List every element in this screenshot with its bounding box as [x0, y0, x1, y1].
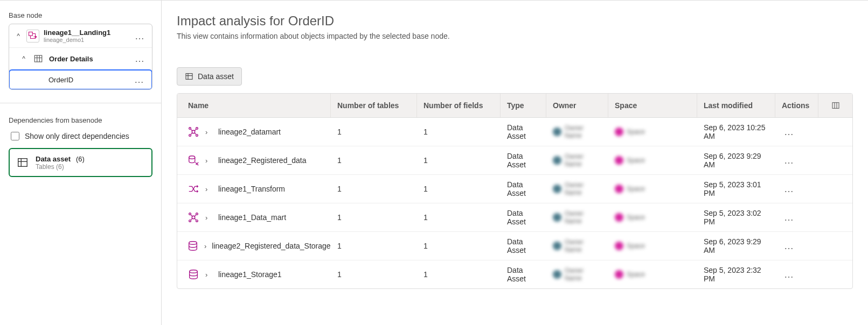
header-space[interactable]: Space [608, 94, 697, 117]
more-icon[interactable]: … [782, 184, 796, 194]
chevron-right-icon[interactable]: › [205, 185, 213, 193]
divider [0, 103, 161, 103]
svg-point-23 [189, 156, 195, 159]
header-actions[interactable]: Actions [775, 94, 818, 117]
filter-subtitle: Tables (6) [36, 163, 85, 171]
svg-line-20 [195, 129, 196, 131]
row-actions[interactable]: … [775, 122, 818, 142]
row-name: lineage2_Registered_data_Storage [212, 242, 330, 250]
direct-deps-label: Show only direct dependencies [25, 132, 129, 140]
svg-line-19 [191, 129, 192, 131]
header-name[interactable]: Name [177, 94, 331, 117]
svg-point-17 [189, 135, 191, 137]
row-actions[interactable]: … [775, 179, 818, 199]
chevron-right-icon[interactable]: › [205, 271, 213, 279]
storage-icon [187, 268, 200, 281]
svg-line-21 [191, 133, 192, 135]
storage-icon [187, 239, 199, 252]
svg-rect-0 [29, 32, 33, 36]
app-root: Base node ^ lineage1__Landing1 [0, 0, 868, 325]
row-owner: Owner Name [546, 176, 608, 202]
table-row[interactable]: ›lineage1_Transform11Data AssetOwner Nam… [177, 175, 852, 203]
row-owner: Owner Name [546, 233, 608, 259]
row-space: Space [608, 265, 697, 284]
filter-data-asset[interactable]: Data asset (6) Tables (6) [9, 148, 152, 177]
direct-deps-checkbox-row[interactable]: Show only direct dependencies [9, 129, 152, 147]
row-modified: Sep 6, 2023 9:29 AM [697, 232, 775, 260]
svg-line-32 [195, 218, 196, 220]
more-icon[interactable]: … [782, 241, 796, 251]
basenode-table-title: Order Details [49, 55, 128, 63]
svg-point-34 [190, 270, 198, 273]
header-type[interactable]: Type [501, 94, 546, 117]
row-name: lineage2_Registered_data [218, 156, 306, 165]
more-icon[interactable]: … [133, 31, 147, 41]
tab-data-asset[interactable]: Data asset [177, 67, 242, 86]
svg-line-29 [191, 215, 192, 216]
row-owner: Owner Name [546, 119, 608, 145]
row-owner: Owner Name [546, 147, 608, 173]
table-row[interactable]: ›lineage1_Storage111Data AssetOwner Name… [177, 260, 852, 288]
row-owner: Owner Name [546, 204, 608, 230]
more-icon[interactable]: … [782, 156, 796, 165]
header-tables[interactable]: Number of tables [331, 94, 417, 117]
chevron-up-icon[interactable]: ^ [20, 55, 27, 62]
row-actions[interactable]: … [775, 236, 818, 256]
more-icon[interactable]: … [132, 75, 146, 84]
table-row[interactable]: ›lineage2_datamart11Data AssetOwner Name… [177, 118, 852, 146]
row-fields: 1 [417, 179, 501, 199]
main-content: Impact analysis for OrderID This view co… [162, 1, 868, 325]
svg-rect-8 [186, 74, 192, 80]
header-fields[interactable]: Number of fields [417, 94, 501, 117]
chevron-right-icon[interactable]: › [205, 128, 213, 136]
row-tables: 1 [331, 208, 417, 227]
row-type: Data Asset [501, 232, 546, 260]
more-icon[interactable]: … [133, 54, 147, 63]
row-type: Data Asset [501, 146, 546, 174]
svg-rect-11 [832, 103, 839, 109]
basenode-app-row[interactable]: ^ lineage1__Landing1 lineage_demo1 … [9, 24, 152, 48]
row-actions[interactable]: … [775, 207, 818, 228]
row-tables: 1 [331, 236, 417, 256]
row-fields: 1 [417, 208, 501, 227]
more-icon[interactable]: … [782, 127, 796, 137]
row-tables: 1 [331, 179, 417, 199]
row-modified: Sep 5, 2023 2:32 PM [697, 260, 775, 288]
tab-label: Data asset [198, 72, 234, 81]
table-header: Name Number of tables Number of fields T… [177, 94, 852, 118]
chevron-up-icon[interactable]: ^ [15, 32, 22, 40]
svg-line-22 [195, 133, 196, 135]
svg-point-27 [189, 220, 191, 222]
chevron-right-icon[interactable]: › [205, 214, 213, 222]
svg-rect-5 [18, 159, 27, 167]
table-row[interactable]: ›lineage2_Registered_data_Storage11Data … [177, 232, 852, 260]
svg-point-18 [196, 135, 198, 137]
transform-icon [187, 182, 200, 195]
basenode-field-row[interactable]: OrderID … [9, 69, 152, 90]
more-icon[interactable]: … [782, 213, 796, 222]
table-row[interactable]: ›lineage2_Registered_data11Data AssetOwn… [177, 146, 852, 175]
more-icon[interactable]: … [782, 270, 796, 279]
row-type: Data Asset [501, 260, 546, 288]
table-row[interactable]: ›lineage1_Data_mart11Data AssetOwner Nam… [177, 203, 852, 232]
svg-point-33 [189, 242, 197, 245]
direct-deps-checkbox[interactable] [11, 132, 19, 140]
row-tables: 1 [331, 122, 417, 142]
svg-point-25 [189, 213, 191, 215]
row-name: lineage1_Data_mart [218, 213, 286, 222]
table-icon [32, 52, 45, 65]
header-owner[interactable]: Owner [546, 94, 608, 117]
row-actions[interactable]: … [775, 264, 818, 285]
chevron-right-icon[interactable]: › [205, 157, 213, 165]
row-name: lineage1_Transform [218, 185, 285, 193]
datamart-icon [187, 125, 200, 138]
row-actions[interactable]: … [775, 150, 818, 171]
row-space: Space [608, 179, 697, 199]
chevron-right-icon[interactable]: › [204, 242, 206, 250]
row-space: Space [608, 122, 697, 142]
svg-rect-1 [34, 55, 42, 62]
header-column-settings[interactable] [818, 94, 852, 117]
row-fields: 1 [417, 236, 501, 256]
basenode-table-row[interactable]: ^ Order Details … [9, 48, 152, 70]
header-modified[interactable]: Last modified [697, 94, 775, 117]
